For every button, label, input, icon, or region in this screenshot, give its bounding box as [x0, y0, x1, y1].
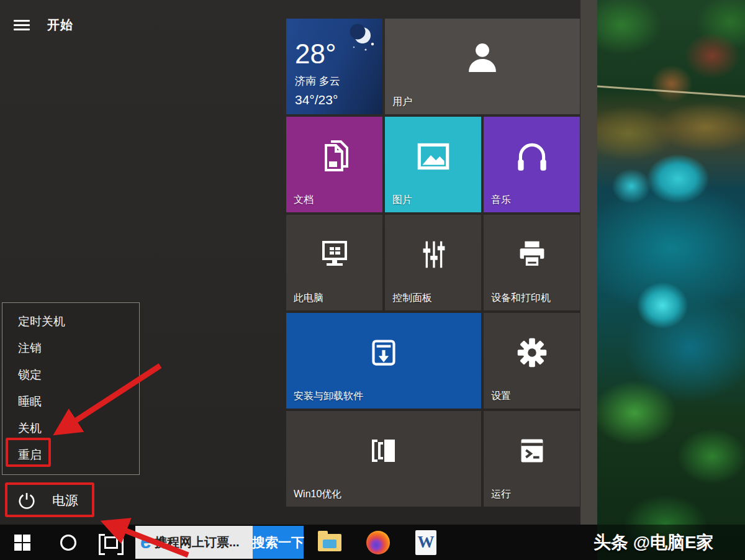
taskbar-watermark-area: 头条 @电脑E家: [597, 525, 745, 560]
word-icon: W: [415, 530, 436, 555]
tile-documents[interactable]: 文档: [286, 117, 382, 212]
start-menu: 开始 28° 济南 多云 34°/23°: [0, 0, 597, 525]
tile-label: 音乐: [491, 194, 511, 207]
weather-temperature: 28°: [295, 38, 336, 70]
menu-item-sign-out[interactable]: 注销: [2, 335, 139, 361]
ie-browser-icon: e: [140, 529, 152, 553]
search-button[interactable]: 搜索一下: [253, 526, 304, 559]
windows-logo-icon: [14, 535, 30, 551]
tile-label: 设置: [491, 390, 511, 403]
tile-grid: 28° 济南 多云 34°/23° 用户: [286, 19, 580, 507]
file-explorer-button[interactable]: [314, 525, 346, 560]
start-menu-header: 开始: [14, 17, 73, 34]
tile-user[interactable]: 用户: [385, 19, 580, 114]
folder-icon: [318, 534, 341, 551]
word-button[interactable]: W: [410, 525, 442, 560]
taskbar-search-box[interactable]: e 携程网上订票...: [135, 526, 253, 559]
search-box-text: 携程网上订票...: [155, 534, 240, 551]
power-button[interactable]: 电源: [0, 485, 137, 515]
menu-item-restart[interactable]: 重启: [2, 441, 139, 468]
tile-pictures[interactable]: 图片: [385, 117, 481, 212]
start-button[interactable]: [10, 525, 35, 560]
person-icon: [385, 19, 580, 114]
tile-run[interactable]: 运行: [484, 411, 580, 507]
tile-label: 图片: [392, 194, 412, 207]
tile-weather[interactable]: 28° 济南 多云 34°/23°: [286, 19, 382, 114]
tile-install-uninstall[interactable]: 安装与卸载软件: [286, 313, 481, 409]
weather-high-low: 34°/23°: [295, 93, 338, 107]
power-button-label: 电源: [52, 492, 78, 509]
power-flyout-menu: 定时关机 注销 锁定 睡眠 关机 重启: [2, 302, 140, 475]
start-menu-title: 开始: [47, 17, 73, 34]
firefox-button[interactable]: [362, 525, 394, 560]
weather-location: 济南 多云: [295, 74, 340, 88]
power-flyout-list: 定时关机 注销 锁定 睡眠 关机 重启: [2, 303, 139, 468]
tile-win10-optimize[interactable]: Win10优化: [286, 411, 481, 507]
desktop-wallpaper: [597, 0, 745, 560]
task-view-button[interactable]: [96, 525, 126, 560]
tile-label: 安装与卸载软件: [294, 390, 363, 403]
menu-item-scheduled-shutdown[interactable]: 定时关机: [2, 308, 139, 335]
tile-label: 设备和打印机: [491, 292, 551, 305]
firefox-icon: [366, 531, 390, 554]
start-menu-scrollbar[interactable]: [580, 0, 597, 525]
tile-music[interactable]: 音乐: [484, 117, 580, 212]
menu-item-shut-down[interactable]: 关机: [2, 415, 139, 441]
tile-this-pc[interactable]: 此电脑: [286, 215, 382, 310]
menu-item-lock[interactable]: 锁定: [2, 361, 139, 388]
cortana-circle-icon: [60, 535, 76, 551]
cortana-button[interactable]: [56, 525, 81, 560]
wallpaper-bridge-path: [592, 85, 745, 98]
watermark-text: 头条 @电脑E家: [594, 531, 714, 554]
tile-label: Win10优化: [294, 488, 341, 501]
hamburger-menu-icon[interactable]: [14, 20, 30, 30]
task-view-icon: [99, 534, 124, 551]
menu-item-sleep[interactable]: 睡眠: [2, 388, 139, 415]
power-icon: [17, 491, 36, 510]
moon-icon: [345, 24, 377, 58]
tile-devices-printers[interactable]: 设备和打印机: [484, 215, 580, 310]
tile-settings[interactable]: 设置: [484, 313, 580, 409]
desktop: 开始 28° 济南 多云 34°/23°: [0, 0, 745, 560]
tile-label: 用户: [392, 96, 412, 109]
tile-label: 控制面板: [392, 292, 432, 305]
tile-label: 文档: [294, 194, 314, 207]
tile-control-panel[interactable]: 控制面板: [385, 215, 481, 310]
tile-label: 运行: [491, 488, 511, 501]
taskbar: 头条 @电脑E家 W: [0, 525, 745, 560]
tile-label: 此电脑: [294, 292, 323, 305]
